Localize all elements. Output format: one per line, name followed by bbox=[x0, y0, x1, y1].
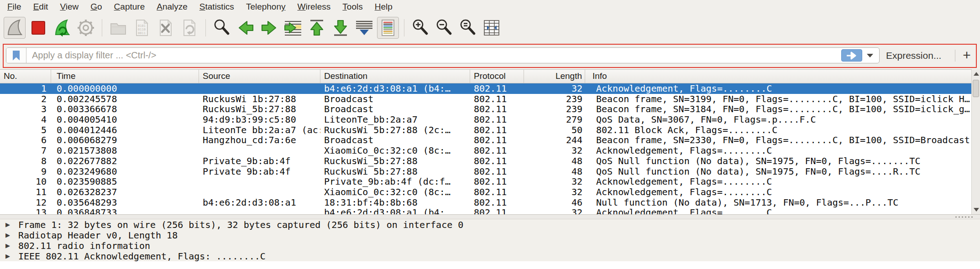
menu-tools[interactable]: Tools bbox=[336, 0, 368, 14]
packet-row[interactable]: 20.002245578RuckusWi_1b:27:88Broadcast80… bbox=[0, 94, 971, 104]
zoom-in-magnifier-button[interactable] bbox=[409, 17, 431, 39]
column-header-time[interactable]: Time bbox=[51, 70, 199, 83]
packet-row[interactable]: 90.023249680Private_9b:ab:4fRuckusWi_5b:… bbox=[0, 166, 971, 177]
cell-time: 0.022677882 bbox=[51, 156, 199, 166]
menu-go[interactable]: Go bbox=[84, 0, 108, 14]
stop-capture-icon bbox=[28, 18, 48, 38]
triangle-up-icon bbox=[974, 72, 979, 76]
cell-destination: LiteonTe_bb:2a:a7 bbox=[320, 114, 470, 125]
zoom-out-magnifier-button[interactable] bbox=[433, 17, 455, 39]
detail-text: IEEE 802.11 Acknowledgement, Flags: ....… bbox=[18, 251, 266, 262]
cell-protocol: 802.11 bbox=[470, 166, 524, 177]
menu-statistics[interactable]: Statistics bbox=[194, 0, 240, 14]
cell-destination: RuckusWi_5b:27:88 bbox=[320, 156, 470, 166]
go-first-packet-button[interactable] bbox=[306, 17, 328, 39]
packet-row[interactable]: 120.035648293b4:e6:2d:d3:08:a118:31:bf:4… bbox=[0, 197, 971, 208]
packet-row[interactable]: 60.006068279Hangzhou_cd:7a:6eBroadcast80… bbox=[0, 135, 971, 145]
colorize-packets-button[interactable] bbox=[377, 17, 399, 39]
scroll-down-button[interactable] bbox=[972, 205, 980, 214]
cell-info: Acknowledgement, Flags=........C bbox=[585, 207, 971, 214]
shark-fin-start-capture-icon bbox=[5, 18, 25, 38]
filter-dropdown-caret-icon[interactable] bbox=[867, 54, 873, 57]
go-to-packet-button[interactable] bbox=[282, 17, 304, 39]
cell-info: QoS Null function (No data), SN=1975, FN… bbox=[585, 166, 971, 177]
cell-info: Null function (No data), SN=1713, FN=0, … bbox=[585, 197, 971, 208]
detail-text: Frame 1: 32 bytes on wire (256 bits), 32… bbox=[18, 219, 463, 230]
apply-filter-button[interactable] bbox=[841, 49, 862, 62]
packet-list-body: 10.000000000b4:e6:2d:d3:08:a1 (b4:…802.1… bbox=[0, 83, 971, 214]
packet-row[interactable]: 110.026328237XiaomiCo_0c:32:c0 (8c:…802.… bbox=[0, 187, 971, 197]
splitter-grip-icon bbox=[954, 216, 973, 218]
display-filter-input[interactable] bbox=[26, 50, 841, 61]
save-file-button[interactable]: 010101100011 bbox=[131, 17, 153, 39]
cell-source: b4:e6:2d:d3:08:a1 bbox=[199, 197, 320, 208]
packet-row[interactable]: 80.022677882Private_9b:ab:4fRuckusWi_5b:… bbox=[0, 156, 971, 166]
filter-bookmarks-button[interactable] bbox=[6, 48, 26, 63]
resize-columns-button[interactable] bbox=[481, 17, 503, 39]
cell-info: Beacon frame, SN=2330, FN=0, Flags=.....… bbox=[585, 135, 971, 145]
packet-list-scrollbar[interactable] bbox=[971, 69, 980, 214]
cell-source: RuckusWi_1b:27:88 bbox=[199, 94, 320, 104]
zoom-original-magnifier-icon bbox=[458, 18, 478, 38]
column-header-destination[interactable]: Destination bbox=[320, 70, 470, 83]
auto-scroll-button[interactable] bbox=[353, 17, 375, 39]
detail-row[interactable]: ▶IEEE 802.11 Acknowledgement, Flags: ...… bbox=[0, 251, 980, 261]
expand-arrow-icon: ▶ bbox=[0, 253, 18, 259]
cell-info: Acknowledgement, Flags=........C bbox=[585, 187, 971, 197]
cell-time: 0.006068279 bbox=[51, 135, 199, 145]
cell-time: 0.023249680 bbox=[51, 166, 199, 177]
menu-file[interactable]: File bbox=[1, 0, 27, 14]
cell-length: 32 bbox=[524, 145, 585, 156]
menu-telephony[interactable]: Telephony bbox=[240, 0, 292, 14]
go-last-packet-button[interactable] bbox=[330, 17, 351, 39]
go-forward-arrow-button[interactable] bbox=[258, 17, 280, 39]
cell-no: 12 bbox=[0, 197, 51, 208]
packet-row[interactable]: 50.004012446LiteonTe_bb:2a:a7 (ac:…Rucku… bbox=[0, 125, 971, 135]
zoom-original-magnifier-button[interactable] bbox=[457, 17, 479, 39]
pane-splitter[interactable] bbox=[0, 214, 980, 219]
cell-info: QoS Null function (No data), SN=1975, FN… bbox=[585, 156, 971, 166]
menu-view[interactable]: View bbox=[54, 0, 84, 14]
menu-analyze[interactable]: Analyze bbox=[151, 0, 194, 14]
shark-fin-start-capture-button[interactable] bbox=[4, 17, 26, 39]
add-filter-button[interactable]: + bbox=[960, 46, 974, 65]
column-header-length[interactable]: Length bbox=[524, 70, 585, 83]
menu-edit[interactable]: Edit bbox=[27, 0, 54, 14]
open-file-folder-button[interactable] bbox=[107, 17, 129, 39]
detail-row[interactable]: ▶Radiotap Header v0, Length 18 bbox=[0, 230, 980, 240]
cell-destination: 18:31:bf:4b:8b:68 bbox=[320, 197, 470, 208]
go-back-arrow-button[interactable] bbox=[235, 17, 257, 39]
packet-row[interactable]: 30.003366678RuckusWi_5b:27:88Broadcast80… bbox=[0, 104, 971, 114]
cell-protocol: 802.11 bbox=[470, 145, 524, 156]
go-forward-arrow-icon bbox=[259, 18, 279, 38]
packet-row[interactable]: 40.00400541094:d9:b3:99:c5:80LiteonTe_bb… bbox=[0, 114, 971, 125]
detail-row[interactable]: ▶802.11 radio information bbox=[0, 240, 980, 251]
column-header-info[interactable]: Info bbox=[585, 70, 971, 83]
packet-row[interactable]: 10.000000000b4:e6:2d:d3:08:a1 (b4:…802.1… bbox=[0, 83, 971, 94]
restart-capture-button[interactable] bbox=[51, 17, 73, 39]
capture-options-gear-button[interactable] bbox=[75, 17, 97, 39]
cell-destination: b4:e6:2d:d3:08:a1 (b4:… bbox=[320, 207, 470, 214]
reload-file-button[interactable] bbox=[178, 17, 200, 39]
cell-no: 6 bbox=[0, 135, 51, 145]
menu-capture[interactable]: Capture bbox=[108, 0, 151, 14]
column-header-protocol[interactable]: Protocol bbox=[470, 70, 524, 83]
packet-row[interactable]: 70.021573808XiaomiCo_0c:32:c0 (8c:…802.1… bbox=[0, 145, 971, 156]
detail-row[interactable]: ▶Frame 1: 32 bytes on wire (256 bits), 3… bbox=[0, 219, 980, 230]
scrollbar-thumb[interactable] bbox=[973, 80, 979, 97]
cell-no: 4 bbox=[0, 114, 51, 125]
cell-protocol: 802.11 bbox=[470, 114, 524, 125]
column-header-source[interactable]: Source bbox=[199, 70, 320, 83]
expression-button[interactable]: Expression... bbox=[886, 47, 941, 63]
cell-protocol: 802.11 bbox=[470, 187, 524, 197]
close-file-button[interactable] bbox=[155, 17, 177, 39]
menu-help[interactable]: Help bbox=[369, 0, 398, 14]
cell-protocol: 802.11 bbox=[470, 104, 524, 114]
stop-capture-button[interactable] bbox=[27, 17, 49, 39]
packet-row[interactable]: 100.023590885Private_9b:ab:4f (dc:f…802.… bbox=[0, 176, 971, 187]
column-header-no[interactable]: No. bbox=[0, 70, 51, 83]
find-packet-magnifier-button[interactable] bbox=[211, 17, 233, 39]
packet-row[interactable]: 130.036848733b4:e6:2d:d3:08:a1 (b4:…802.… bbox=[0, 207, 971, 214]
scroll-up-button[interactable] bbox=[972, 69, 980, 78]
menu-wireless[interactable]: Wireless bbox=[292, 0, 337, 14]
